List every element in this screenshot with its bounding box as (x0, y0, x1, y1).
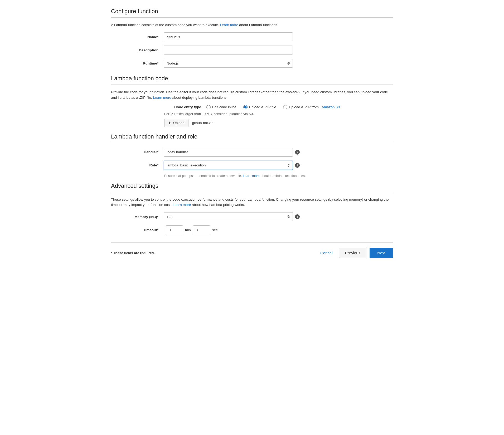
cancel-button[interactable]: Cancel (317, 249, 336, 257)
page-subtitle: A Lambda function consists of the custom… (111, 22, 393, 28)
runtime-select[interactable]: Node.js Python 2.7 Python 3.6 Java 8 (164, 59, 293, 68)
role-label: Role* (122, 163, 164, 167)
timeout-sec-input[interactable] (193, 225, 210, 234)
role-select[interactable]: lambda_basic_execution Create new role C… (164, 161, 293, 170)
name-label: Name* (122, 35, 164, 39)
upload-filename: github-bot.zip (192, 121, 214, 125)
role-info-icon: i (295, 163, 300, 168)
code-entry-row: Code entry type Edit code inline Upload … (111, 105, 393, 109)
radio-upload-zip[interactable]: Upload a .ZIP file (243, 105, 276, 109)
name-row: Name* (111, 32, 393, 41)
lambda-code-desc: Provide the code for your function. Use … (111, 90, 393, 100)
timeout-min-input[interactable] (166, 225, 183, 234)
role-learn-more-link[interactable]: Learn more (243, 174, 260, 178)
required-note: * These fields are required. (111, 251, 155, 255)
subtitle-learn-more-link[interactable]: Learn more (220, 23, 238, 27)
radio-edit-inline-input[interactable] (206, 105, 211, 109)
runtime-label: Runtime* (122, 61, 164, 65)
radio-upload-s3-input[interactable] (283, 105, 287, 109)
timeout-min-unit: min (185, 228, 191, 232)
footer-buttons: Cancel Previous Next (317, 248, 393, 258)
upload-button[interactable]: ⬆ Upload (164, 119, 188, 127)
radio-upload-s3[interactable]: Upload a .ZIP from Amazon S3 (283, 105, 340, 109)
page-title: Configure function (111, 8, 393, 15)
advanced-settings-divider (111, 192, 393, 192)
lambda-code-divider (111, 85, 393, 85)
handler-role-title: Lambda function handler and role (111, 133, 393, 140)
memory-label: Memory (MB)* (122, 215, 164, 219)
upload-row: ⬆ Upload github-bot.zip (111, 119, 393, 127)
radio-edit-inline-label: Edit code inline (212, 105, 236, 109)
memory-select[interactable]: 128 192 256 512 1024 (164, 212, 293, 221)
code-entry-radio-group: Edit code inline Upload a .ZIP file Uplo… (206, 105, 340, 109)
next-button[interactable]: Next (370, 248, 393, 258)
advanced-learn-more-link[interactable]: Learn more (173, 203, 191, 207)
role-note: Ensure that popups are enabled to create… (111, 174, 393, 178)
radio-upload-zip-input[interactable] (243, 105, 248, 109)
description-input[interactable] (164, 46, 293, 55)
radio-edit-inline[interactable]: Edit code inline (206, 105, 236, 109)
handler-label: Handler* (122, 150, 164, 154)
handler-info-icon: i (295, 150, 300, 155)
radio-upload-zip-label: Upload a .ZIP file (249, 105, 276, 109)
page-footer: * These fields are required. Cancel Prev… (111, 242, 393, 258)
timeout-label: Timeout* (122, 228, 164, 232)
title-divider (111, 17, 393, 18)
zip-hint: For .ZIP files larger than 10 MB, consid… (111, 112, 393, 116)
lambda-code-title: Lambda function code (111, 75, 393, 82)
role-row: Role* lambda_basic_execution Create new … (111, 161, 393, 170)
amazon-s3-link[interactable]: Amazon S3 (322, 105, 340, 109)
handler-role-divider (111, 143, 393, 143)
code-entry-label: Code entry type (164, 105, 206, 109)
upload-icon: ⬆ (168, 121, 171, 125)
handler-input[interactable] (164, 148, 293, 157)
advanced-settings-title: Advanced settings (111, 182, 393, 189)
description-label: Description (122, 48, 164, 52)
lambda-code-learn-more-link[interactable]: Learn more (153, 96, 171, 100)
previous-button[interactable]: Previous (339, 248, 366, 258)
radio-upload-s3-label: Upload a .ZIP from (289, 105, 319, 109)
memory-info-icon: i (295, 214, 300, 219)
name-input[interactable] (164, 32, 293, 41)
description-row: Description (111, 46, 393, 55)
advanced-settings-desc: These settings allow you to control the … (111, 197, 393, 208)
upload-button-label: Upload (173, 121, 185, 125)
handler-row: Handler* i (111, 148, 393, 157)
timeout-row: Timeout* min sec (111, 225, 393, 234)
runtime-row: Runtime* Node.js Python 2.7 Python 3.6 J… (111, 59, 393, 68)
memory-row: Memory (MB)* 128 192 256 512 1024 i (111, 212, 393, 221)
timeout-sec-unit: sec (212, 228, 218, 232)
